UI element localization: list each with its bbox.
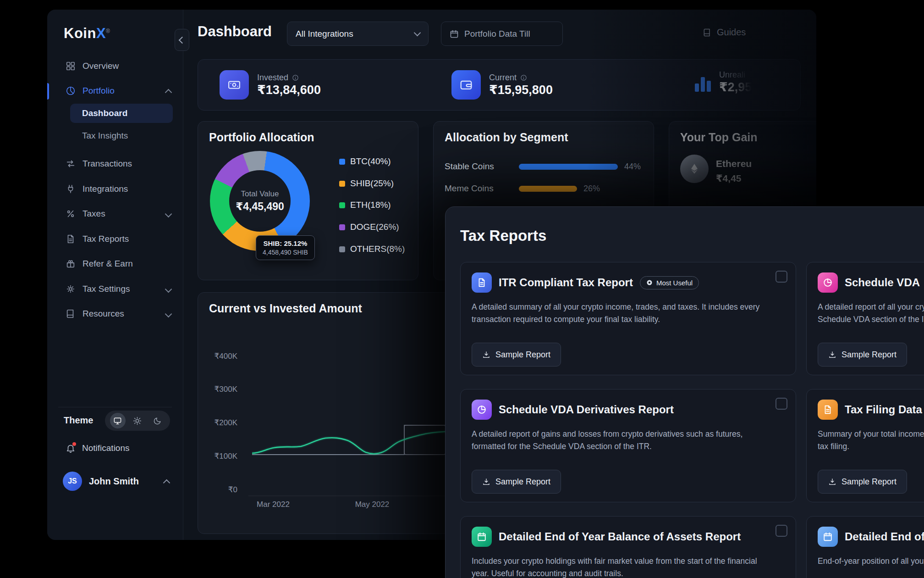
download-icon bbox=[482, 478, 490, 486]
sample-report-button[interactable]: Sample Report bbox=[472, 470, 561, 494]
gear-icon bbox=[66, 284, 76, 294]
report-description: Summary of your total income, trades, an… bbox=[818, 428, 924, 453]
sidebar-item-label: Integrations bbox=[82, 184, 128, 194]
sidebar-item-overview[interactable]: Overview bbox=[47, 56, 183, 76]
report-checkbox[interactable] bbox=[776, 271, 787, 283]
sidebar-item-tax-insights[interactable]: Tax Insights bbox=[70, 126, 173, 145]
segment-bar bbox=[519, 164, 618, 170]
legend-swatch bbox=[339, 181, 345, 187]
segment-label: Meme Coins bbox=[445, 183, 519, 194]
sidebar-item-resources[interactable]: Resources bbox=[47, 304, 183, 324]
guides-button[interactable]: Guides bbox=[703, 27, 746, 38]
report-card-tax-filing-data: Tax Filing Data Summary of your total in… bbox=[806, 389, 924, 502]
sample-report-button[interactable]: Sample Report bbox=[818, 343, 907, 367]
bar-chart-icon bbox=[695, 73, 711, 92]
date-filter-label: Portfolio Data Till bbox=[464, 29, 530, 39]
legend-label: SHIB(25%) bbox=[350, 178, 394, 189]
report-card-schedule-vda: Schedule VDA Derivatives Report A detail… bbox=[460, 389, 796, 502]
total-value-amount: ₹4,45,490 bbox=[236, 200, 284, 213]
gift-icon bbox=[66, 259, 76, 269]
calendar-icon bbox=[450, 29, 459, 39]
sidebar-item-integrations[interactable]: Integrations bbox=[47, 179, 183, 199]
report-checkbox[interactable] bbox=[776, 398, 787, 410]
integrations-dropdown-value: All Integrations bbox=[296, 29, 353, 39]
sidebar-collapse-button[interactable] bbox=[175, 29, 189, 51]
calendar-icon bbox=[472, 527, 492, 547]
theme-label: Theme bbox=[64, 415, 93, 426]
info-icon[interactable] bbox=[520, 74, 527, 81]
sun-icon bbox=[133, 417, 142, 425]
legend-item-btc: BTC(40%) bbox=[339, 156, 391, 167]
chevron-down-icon bbox=[165, 310, 172, 317]
download-icon bbox=[828, 478, 836, 486]
transfer-arrows-icon bbox=[66, 159, 76, 169]
legend-item-eth: ETH(18%) bbox=[339, 200, 391, 210]
sample-report-button[interactable]: Sample Report bbox=[472, 343, 561, 367]
sidebar-item-dashboard[interactable]: Dashboard bbox=[70, 104, 173, 123]
chevron-up-icon bbox=[163, 479, 170, 486]
info-icon[interactable] bbox=[292, 74, 299, 81]
registered-mark: ® bbox=[106, 28, 110, 34]
legend-item-others: OTHERS(8%) bbox=[339, 244, 405, 254]
segment-label: Stable Coins bbox=[445, 161, 519, 172]
calendar-icon bbox=[818, 527, 838, 547]
sidebar-item-label: Dashboard bbox=[82, 108, 127, 118]
plug-icon bbox=[66, 184, 76, 194]
sidebar-item-taxes[interactable]: Taxes bbox=[47, 204, 183, 224]
sidebar-item-tax-reports[interactable]: Tax Reports bbox=[47, 229, 183, 249]
theme-dark-button[interactable] bbox=[149, 413, 165, 428]
percent-icon bbox=[66, 209, 76, 219]
report-card-title: ITR Compliant Tax Report bbox=[499, 276, 633, 289]
eth-diamond-icon bbox=[688, 163, 700, 175]
badge-label: Most Useful bbox=[656, 279, 693, 287]
pie-chart-icon bbox=[818, 272, 838, 293]
notification-dot bbox=[72, 442, 76, 446]
tooltip-amount: 4,458,490 SHIB bbox=[263, 249, 308, 256]
sidebar-item-refer-earn[interactable]: Refer & Earn bbox=[47, 254, 183, 274]
theme-light-button[interactable] bbox=[130, 413, 145, 428]
portfolio-date-filter[interactable]: Portfolio Data Till bbox=[441, 22, 563, 46]
theme-switcher bbox=[105, 411, 170, 431]
sidebar-item-label: Overview bbox=[82, 61, 119, 71]
pie-chart-icon bbox=[66, 86, 76, 96]
download-icon bbox=[828, 350, 836, 359]
user-name: John Smith bbox=[89, 476, 139, 487]
legend-item-shib: SHIB(25%) bbox=[339, 178, 394, 189]
sample-report-label: Sample Report bbox=[842, 477, 896, 487]
report-description: A detailed report of all your crypto gai… bbox=[818, 301, 924, 326]
invested-stat: Invested ₹13,84,600 bbox=[220, 70, 321, 100]
sidebar-item-transactions[interactable]: Transactions bbox=[47, 154, 183, 174]
integrations-dropdown[interactable]: All Integrations bbox=[287, 22, 429, 46]
user-menu[interactable]: JS John Smith bbox=[63, 471, 169, 492]
legend-label: ETH(18%) bbox=[350, 200, 391, 210]
chevron-down-icon bbox=[414, 29, 421, 37]
page-title: Dashboard bbox=[198, 23, 272, 40]
segment-percentage: 26% bbox=[583, 184, 600, 194]
report-checkbox[interactable] bbox=[776, 525, 787, 537]
avatar: JS bbox=[63, 472, 82, 491]
legend-item-doge: DOGE(26%) bbox=[339, 222, 399, 232]
sample-report-label: Sample Report bbox=[495, 477, 550, 487]
sidebar-item-label: Taxes bbox=[82, 209, 105, 219]
report-card-end-of-year-balance: Detailed End of Year Balance of Assets R… bbox=[460, 516, 796, 578]
guides-label: Guides bbox=[717, 27, 746, 38]
chevron-down-icon bbox=[165, 210, 172, 217]
wallet-icon bbox=[451, 70, 481, 100]
sidebar-item-label: Resources bbox=[82, 309, 124, 319]
sample-report-button[interactable]: Sample Report bbox=[818, 470, 907, 494]
sidebar-item-portfolio[interactable]: Portfolio bbox=[47, 81, 183, 101]
theme-system-button[interactable] bbox=[110, 413, 126, 428]
invested-value: ₹13,84,600 bbox=[257, 83, 321, 97]
report-card-schedule-vda-right: Schedule VDA A detailed report of all yo… bbox=[806, 262, 924, 375]
report-card-title: Detailed End of Year Balance bbox=[845, 530, 924, 543]
legend-swatch bbox=[339, 224, 345, 230]
notifications-item[interactable]: Notifications bbox=[66, 438, 130, 458]
moon-icon bbox=[153, 417, 162, 425]
donut-tooltip: SHIB: 25.12% 4,458,490 SHIB bbox=[256, 235, 315, 260]
sidebar-item-tax-settings[interactable]: Tax Settings bbox=[47, 279, 183, 299]
sidebar-item-label: Portfolio bbox=[82, 86, 115, 96]
segment-row-meme-coins: Meme Coins 26% bbox=[445, 183, 646, 194]
top-gain-title: Your Top Gain bbox=[680, 131, 758, 144]
sample-report-label: Sample Report bbox=[842, 350, 896, 360]
guides-book-icon bbox=[703, 28, 712, 37]
